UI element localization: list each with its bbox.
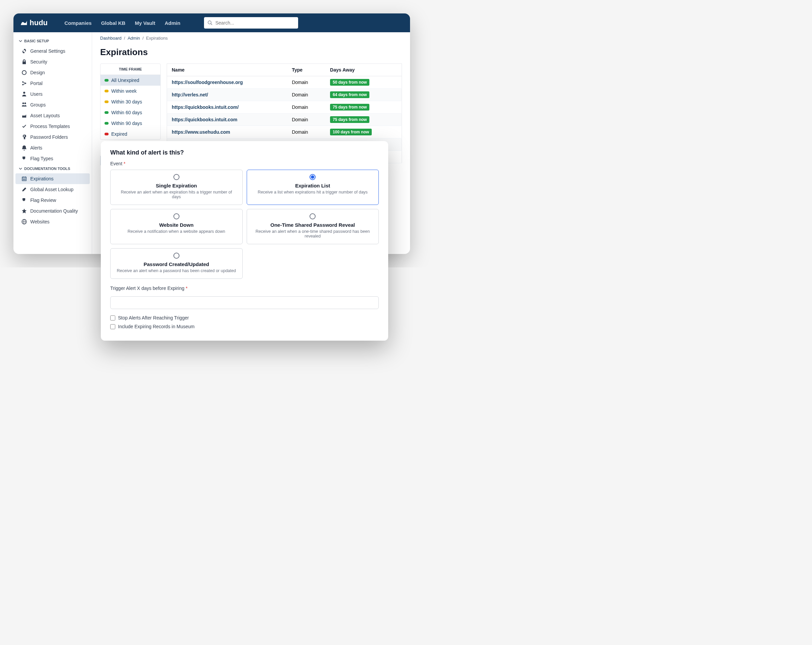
section-basic-setup[interactable]: BASIC SETUP <box>14 36 92 46</box>
status-dot <box>105 133 108 136</box>
sidebar-item-users[interactable]: Users <box>15 89 90 99</box>
chevron-down-icon <box>19 39 22 43</box>
sidebar-item-expirations[interactable]: Expirations <box>15 173 90 184</box>
sidebar-item-password-folders[interactable]: Password Folders <box>15 132 90 142</box>
breadcrumb: Dashboard / Admin / Expirations <box>92 32 410 44</box>
alert-option-single-expiration[interactable]: Single ExpirationReceive an alert when a… <box>110 170 243 205</box>
days-badge: 100 days from now <box>330 129 372 136</box>
nav-my-vault[interactable]: My Vault <box>135 20 155 26</box>
crumb-admin[interactable]: Admin <box>128 36 140 41</box>
sidebar-icon <box>21 187 27 192</box>
section-doc-tools[interactable]: DOCUMENTATION TOOLS <box>14 164 92 173</box>
sidebar-icon <box>21 59 27 64</box>
exp-name[interactable]: https://www.usehudu.com <box>167 126 287 139</box>
sidebar: BASIC SETUP General SettingsSecurityDesi… <box>14 32 92 254</box>
event-label: Event * <box>110 161 379 166</box>
table-row[interactable]: https://www.usehudu.comDomain100 days fr… <box>167 126 402 139</box>
table-row[interactable]: https://quickbooks.intuit.com/Domain75 d… <box>167 101 402 114</box>
option-title: Single Expiration <box>116 183 237 189</box>
sidebar-item-flag-types[interactable]: Flag Types <box>15 153 90 164</box>
time-frame-all-unexpired[interactable]: All Unexpired <box>101 75 160 86</box>
sidebar-icon <box>21 219 27 224</box>
sidebar-icon <box>21 81 27 86</box>
exp-name[interactable]: https://quickbooks.intuit.com/ <box>167 101 287 114</box>
crumb-dashboard[interactable]: Dashboard <box>100 36 122 41</box>
table-row[interactable]: https://quickbooks.intuit.comDomain75 da… <box>167 114 402 126</box>
option-desc: Receive a list when expirations hit a tr… <box>252 190 373 195</box>
sidebar-item-groups[interactable]: Groups <box>15 99 90 110</box>
time-frame-expired[interactable]: Expired <box>101 129 160 139</box>
exp-type: Domain <box>287 76 325 89</box>
status-dot <box>105 90 108 92</box>
option-title: One-Time Shared Password Reveal <box>252 222 373 228</box>
days-badge: 50 days from now <box>330 79 369 86</box>
col-days[interactable]: Days Away <box>325 64 401 76</box>
radio-icon <box>173 213 180 220</box>
sidebar-item-flag-review[interactable]: Flag Review <box>15 195 90 206</box>
sidebar-icon <box>21 48 27 54</box>
exp-name[interactable]: https://quickbooks.intuit.com <box>167 114 287 126</box>
sidebar-item-alerts[interactable]: Alerts <box>15 142 90 153</box>
time-frame-within-90-days[interactable]: Within 90 days <box>101 118 160 129</box>
alert-option-expiration-list[interactable]: Expiration ListReceive a list when expir… <box>247 170 379 205</box>
time-frame-within-60-days[interactable]: Within 60 days <box>101 107 160 118</box>
topbar: hudu Companies Global KB My Vault Admin <box>14 14 410 32</box>
exp-days: 75 days from now <box>325 114 401 126</box>
nav-links: Companies Global KB My Vault Admin <box>64 20 180 26</box>
exp-days: 64 days from now <box>325 89 401 101</box>
radio-icon <box>310 213 316 220</box>
nav-admin[interactable]: Admin <box>165 20 180 26</box>
radio-icon <box>173 174 180 180</box>
sidebar-item-general-settings[interactable]: General Settings <box>15 46 90 56</box>
status-dot <box>105 101 108 103</box>
brand-text: hudu <box>30 18 48 27</box>
sidebar-item-websites[interactable]: Websites <box>15 217 90 227</box>
svg-line-1 <box>211 23 212 25</box>
sidebar-icon <box>21 134 27 140</box>
time-frame-within-30-days[interactable]: Within 30 days <box>101 96 160 107</box>
exp-type: Domain <box>287 114 325 126</box>
table-row[interactable]: http://verles.net/Domain64 days from now <box>167 89 402 101</box>
sidebar-item-asset-layouts[interactable]: Asset Layouts <box>15 110 90 121</box>
sidebar-item-security[interactable]: Security <box>15 56 90 67</box>
nav-companies[interactable]: Companies <box>64 20 92 26</box>
sidebar-icon <box>21 145 27 151</box>
col-name[interactable]: Name <box>167 64 287 76</box>
sidebar-icon <box>21 176 27 181</box>
nav-global-kb[interactable]: Global KB <box>101 20 126 26</box>
exp-type: Domain <box>287 89 325 101</box>
sidebar-item-design[interactable]: Design <box>15 67 90 78</box>
option-desc: Receive an alert when an expiration hits… <box>116 190 237 199</box>
exp-days: 100 days from now <box>325 126 401 139</box>
alert-modal: What kind of alert is this? Event * Sing… <box>101 141 388 267</box>
sidebar-item-documentation-quality[interactable]: Documentation Quality <box>15 206 90 217</box>
status-dot <box>105 79 108 82</box>
search-box[interactable] <box>204 17 298 29</box>
radio-icon <box>173 253 180 259</box>
exp-name[interactable]: http://verles.net/ <box>167 89 287 101</box>
alert-option-website-down[interactable]: Website DownReceive a notification when … <box>110 209 243 244</box>
col-type[interactable]: Type <box>287 64 325 76</box>
sidebar-icon <box>21 208 27 213</box>
exp-days: 75 days from now <box>325 101 401 114</box>
svg-point-0 <box>208 21 211 24</box>
alert-option-password-created-updated[interactable]: Password Created/UpdatedReceive an alert… <box>110 248 243 267</box>
table-row[interactable]: https://soulfoodgreenhouse.orgDomain50 d… <box>167 76 402 89</box>
sidebar-item-process-templates[interactable]: Process Templates <box>15 121 90 132</box>
crumb-current: Expirations <box>146 36 168 41</box>
alert-option-one-time-shared-password-reveal[interactable]: One-Time Shared Password RevealReceive a… <box>247 209 379 244</box>
status-dot <box>105 111 108 114</box>
search-input[interactable] <box>215 20 295 26</box>
option-desc: Receive a notification when a website ap… <box>116 229 237 234</box>
option-title: Password Created/Updated <box>116 261 237 267</box>
option-title: Website Down <box>116 222 237 228</box>
sidebar-item-global-asset-lookup[interactable]: Global Asset Lookup <box>15 184 90 195</box>
sidebar-icon <box>21 113 27 118</box>
sidebar-icon <box>21 102 27 108</box>
time-frame-within-week[interactable]: Within week <box>101 86 160 96</box>
sidebar-item-portal[interactable]: Portal <box>15 78 90 89</box>
time-frame-filter: TIME FRAME All UnexpiredWithin weekWithi… <box>100 64 161 140</box>
logo[interactable]: hudu <box>20 18 48 27</box>
page-title: Expirations <box>92 44 410 64</box>
exp-name[interactable]: https://soulfoodgreenhouse.org <box>167 76 287 89</box>
